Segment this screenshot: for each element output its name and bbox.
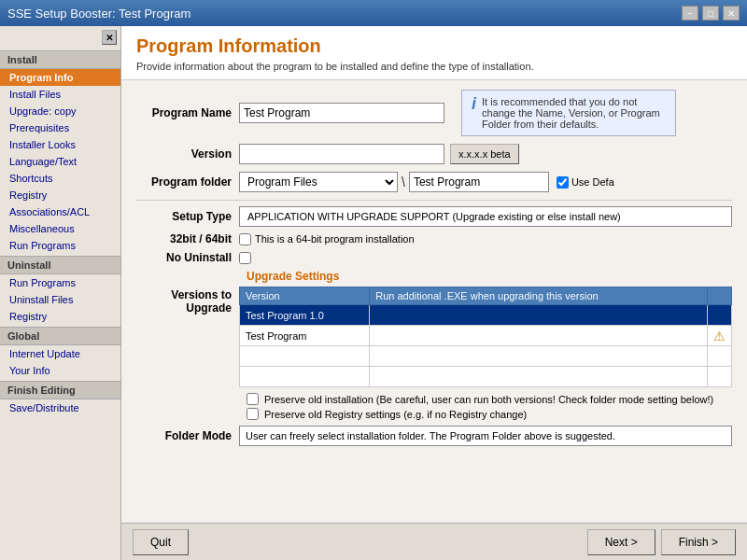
sidebar-item-save-distribute[interactable]: Save/Distribute [0, 399, 120, 416]
table-col-exe: Run additional .EXE when upgrading this … [370, 287, 708, 305]
no-uninstall-label: No Uninstall [136, 251, 239, 264]
folder-separator: \ [402, 175, 405, 189]
info-icon: i [472, 94, 476, 114]
sidebar-item-program-info[interactable]: Program Info [0, 69, 120, 86]
use-default-label: Use Defa [557, 176, 614, 189]
bit-label: 32bit / 64bit [136, 232, 239, 245]
table-col-extra [708, 287, 732, 305]
preserve-row-1: Preserve old installation (Be careful, u… [247, 393, 732, 405]
sidebar-item-registry[interactable]: Registry [0, 187, 120, 203]
sidebar-item-your-info[interactable]: Your Info [0, 362, 120, 379]
folder-mode-label: Folder Mode [136, 429, 239, 442]
info-box: i It is recommended that you do not chan… [461, 90, 676, 136]
sidebar: ✕ Install Program Info Install Files Upg… [0, 26, 121, 560]
sidebar-item-uninstall-files[interactable]: Uninstall Files [0, 291, 120, 308]
program-name-input[interactable] [239, 103, 444, 123]
sidebar-item-associations-acl[interactable]: Associations/ACL [0, 203, 120, 220]
preserve-installation-checkbox[interactable] [247, 393, 259, 405]
folder-input[interactable] [409, 172, 549, 192]
no-uninstall-checkbox[interactable] [239, 252, 251, 264]
main-container: ✕ Install Program Info Install Files Upg… [0, 26, 747, 560]
folder-mode-row: Folder Mode User can freely select insta… [136, 426, 732, 446]
table-cell-version-2: Test Program [240, 326, 370, 346]
sidebar-item-install-files[interactable]: Install Files [0, 86, 120, 103]
finish-button[interactable]: Finish > [661, 529, 736, 555]
upgrade-settings-title: Upgrade Settings [247, 270, 732, 283]
version-label: Version [136, 147, 239, 161]
sidebar-item-miscellaneous[interactable]: Miscellaneous [0, 220, 120, 237]
table-row[interactable]: Test Program 1.0 [240, 305, 732, 326]
uninstall-section-header: Uninstall [0, 256, 120, 274]
page-subtitle: Provide information about the program to… [136, 61, 732, 72]
upgrade-table: Version Run additional .EXE when upgradi… [239, 287, 732, 387]
window-title: SSE Setup Booster: Test Program [7, 7, 190, 21]
close-button[interactable]: ✕ [723, 6, 740, 21]
no-uninstall-row: No Uninstall [136, 251, 732, 264]
preserve-installation-text: Preserve old installation (Be careful, u… [264, 394, 713, 405]
install-section-header: Install [0, 50, 120, 69]
program-name-label: Program Name [136, 106, 239, 119]
beta-button[interactable]: x.x.x.x beta [450, 144, 519, 164]
sidebar-item-language-text[interactable]: Language/Text [0, 153, 120, 170]
title-bar: SSE Setup Booster: Test Program − □ ✕ [0, 0, 747, 26]
versions-table-container: Version Run additional .EXE when upgradi… [239, 287, 732, 387]
table-cell-warn-2: ⚠ [708, 326, 732, 346]
page-title: Program Information [136, 35, 732, 57]
sidebar-item-upgrade-copy[interactable]: Upgrade: copy [0, 103, 120, 119]
bit-checkbox[interactable] [239, 233, 251, 245]
minimize-button[interactable]: − [682, 6, 698, 21]
content-body: Program Name i It is recommended that yo… [121, 80, 747, 523]
versions-area: Versions toUpgrade Version Run additiona… [136, 287, 732, 387]
sidebar-item-prerequisites[interactable]: Prerequisites [0, 119, 120, 136]
sidebar-item-installer-looks[interactable]: Installer Looks [0, 136, 120, 153]
warning-icon: ⚠ [713, 329, 726, 343]
program-folder-row: Program folder Program Files \ Use Defa [136, 172, 732, 192]
quit-button[interactable]: Quit [133, 529, 189, 555]
next-button[interactable]: Next > [587, 529, 655, 555]
bit-text: This is a 64-bit program installation [255, 233, 415, 245]
table-col-version: Version [240, 287, 370, 305]
preserve-registry-checkbox[interactable] [247, 408, 259, 420]
finish-section-header: Finish Editing [0, 381, 120, 399]
info-text: It is recommended that you do not change… [482, 96, 666, 130]
program-name-row: Program Name i It is recommended that yo… [136, 90, 732, 136]
bit-checkbox-row: This is a 64-bit program installation [239, 233, 415, 245]
versions-label: Versions toUpgrade [136, 287, 239, 387]
bottom-bar: Quit Next > Finish > [121, 523, 747, 560]
preserve-row-2: Preserve old Registry settings (e.g. if … [247, 408, 732, 420]
sidebar-item-internet-update[interactable]: Internet Update [0, 345, 120, 362]
preserve-registry-text: Preserve old Registry settings (e.g. if … [264, 409, 527, 420]
folder-mode-value: User can freely select installation fold… [239, 426, 732, 446]
sidebar-item-shortcuts[interactable]: Shortcuts [0, 170, 120, 187]
bottom-right-buttons: Next > Finish > [587, 529, 736, 555]
global-section-header: Global [0, 327, 120, 345]
sidebar-close-button[interactable]: ✕ [102, 30, 117, 45]
setup-type-label: Setup Type [136, 210, 239, 223]
table-row-empty-2 [240, 367, 732, 387]
version-row: Version x.x.x.x beta [136, 144, 732, 164]
table-cell-warn-1 [708, 305, 732, 326]
table-cell-exe-1 [370, 305, 708, 326]
sidebar-item-uninstall-run-programs[interactable]: Run Programs [0, 274, 120, 291]
content-header: Program Information Provide information … [121, 26, 747, 80]
table-cell-exe-2 [370, 326, 708, 346]
window-controls: − □ ✕ [682, 6, 740, 21]
setup-type-row: Setup Type APPLICATION WITH UPGRADE SUPP… [136, 206, 732, 227]
sidebar-item-uninstall-registry[interactable]: Registry [0, 308, 120, 325]
table-cell-version-1: Test Program 1.0 [240, 305, 370, 326]
content-area: Program Information Provide information … [121, 26, 747, 560]
use-default-checkbox[interactable] [557, 176, 569, 189]
maximize-button[interactable]: □ [702, 6, 719, 21]
bit-row: 32bit / 64bit This is a 64-bit program i… [136, 232, 732, 245]
table-row[interactable]: Test Program ⚠ [240, 326, 732, 346]
sidebar-item-run-programs[interactable]: Run Programs [0, 237, 120, 254]
folder-select[interactable]: Program Files [239, 172, 398, 192]
setup-type-value: APPLICATION WITH UPGRADE SUPPORT (Upgrad… [239, 206, 732, 227]
version-input[interactable] [239, 144, 444, 164]
table-row-empty-1 [240, 346, 732, 367]
program-folder-label: Program folder [136, 175, 239, 189]
divider-1 [136, 200, 732, 201]
